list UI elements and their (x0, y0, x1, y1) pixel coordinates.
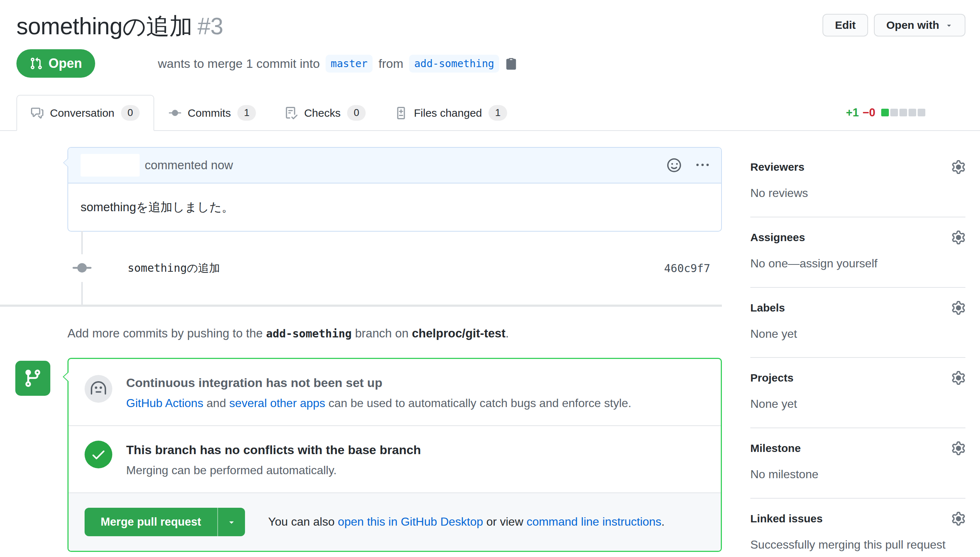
push-hint-pre: Add more commits by pushing to the (67, 326, 263, 340)
discussion-timeline: commented now somethingを追加しました。 somethin… (0, 147, 722, 557)
success-check-badge (85, 441, 112, 468)
open-with-button[interactable]: Open with (874, 14, 965, 36)
also-pre-text: You can also (268, 515, 335, 528)
merge-box: Continuous integration has not been set … (67, 358, 722, 552)
comment-body: somethingを追加しました。 (68, 184, 721, 231)
push-hint-branch: add-something (266, 327, 352, 340)
tab-count: 0 (347, 105, 366, 121)
comment-header: commented now (68, 148, 721, 184)
open-with-label: Open with (886, 19, 939, 31)
page-title: somethingの追加#3 (16, 12, 822, 41)
sidebar-section-labels: Labels None yet (750, 288, 965, 358)
gear-icon[interactable] (952, 301, 965, 315)
deletions-count: −0 (863, 106, 875, 119)
chevron-down-icon (945, 21, 953, 29)
linked-issues-title: Linked issues (750, 513, 822, 525)
commit-sha-link[interactable]: 460c9f7 (664, 262, 710, 275)
commit-row: somethingの追加 460c9f7 (0, 231, 722, 305)
conflicts-subtitle: Merging can be performed automatically. (126, 462, 421, 479)
reviewers-value: No reviews (750, 185, 965, 201)
pr-sidebar: Reviewers No reviews Assignees No one—as… (750, 147, 965, 557)
tab-count: 1 (237, 105, 256, 121)
triangle-down-icon (227, 517, 236, 527)
merge-pull-request-button[interactable]: Merge pull request (85, 508, 217, 536)
timeline-end-divider (0, 305, 722, 307)
meta-from-text: from (379, 57, 403, 71)
sidebar-section-linked-issues: Linked issues Successfully merging this … (750, 498, 965, 557)
commit-message-link[interactable]: somethingの追加 (128, 261, 220, 276)
gear-icon[interactable] (952, 371, 965, 385)
tab-commits[interactable]: Commits 1 (154, 95, 270, 131)
comment-discussion-icon (31, 107, 43, 119)
author-name-redacted (95, 52, 158, 75)
projects-value: None yet (750, 396, 965, 412)
checklist-icon (285, 107, 297, 119)
milestone-value: No milestone (750, 466, 965, 482)
check-icon (90, 446, 106, 463)
labels-value: None yet (750, 326, 965, 342)
kebab-menu-icon[interactable] (696, 159, 709, 171)
pr-state-badge: Open (16, 49, 95, 78)
gear-icon[interactable] (952, 160, 965, 174)
other-apps-link[interactable]: several other apps (229, 396, 325, 410)
gear-icon[interactable] (952, 512, 965, 526)
milestone-title: Milestone (750, 442, 801, 454)
merge-status-icon (15, 361, 50, 396)
ci-status-title: Continuous integration has not been set … (126, 376, 631, 390)
github-desktop-link[interactable]: open this in GitHub Desktop (338, 515, 483, 528)
ci-and-text: and (207, 396, 226, 410)
gear-icon[interactable] (952, 441, 965, 455)
alternative-merge-text: You can also open this in GitHub Desktop… (268, 515, 665, 529)
conflicts-status-section: This branch has no conflicts with the ba… (68, 426, 721, 493)
sidebar-section-assignees: Assignees No one—assign yourself (750, 217, 965, 288)
ci-status-section: Continuous integration has not been set … (68, 359, 721, 426)
git-pull-request-icon (29, 57, 43, 70)
conflicts-title: This branch has no conflicts with the ba… (126, 443, 421, 457)
period-text: . (661, 515, 665, 528)
tab-label: Commits (188, 107, 231, 119)
sidebar-section-milestone: Milestone No milestone (750, 428, 965, 498)
push-hint-repo: chelproc/git-test (412, 326, 506, 340)
tab-label: Checks (304, 107, 341, 119)
gear-icon[interactable] (952, 231, 965, 244)
push-hint-mid: branch on (355, 326, 409, 340)
tab-checks[interactable]: Checks 0 (270, 95, 380, 131)
git-branch-icon (23, 368, 43, 388)
tab-conversation[interactable]: Conversation 0 (16, 95, 154, 131)
meta-pre-text: wants to merge 1 commit into (158, 57, 320, 71)
or-view-text: or view (486, 515, 523, 528)
diffstat-blocks (880, 109, 925, 116)
pr-title-text: somethingの追加 (16, 13, 192, 39)
head-branch-label: add-something (409, 55, 499, 73)
cli-instructions-link[interactable]: command line instructions (527, 515, 661, 528)
file-diff-icon (395, 107, 407, 119)
additions-count: +1 (846, 106, 858, 119)
github-actions-link[interactable]: GitHub Actions (126, 396, 203, 410)
emoji-reaction-icon[interactable] (667, 158, 681, 172)
tab-label: Conversation (50, 107, 114, 119)
push-hint-text: Add more commits by pushing to the add-s… (67, 326, 722, 340)
base-branch-label: master (325, 55, 372, 73)
sidebar-section-projects: Projects None yet (750, 358, 965, 428)
copy-branch-icon[interactable] (505, 57, 517, 70)
assignees-title: Assignees (750, 231, 805, 244)
assignees-value[interactable]: No one—assign yourself (750, 255, 965, 272)
merge-actions-section: Merge pull request You can also open thi… (68, 493, 721, 551)
ci-rest-text: can be used to automatically catch bugs … (328, 396, 631, 410)
tab-files-changed[interactable]: Files changed 1 (380, 95, 522, 131)
edit-button[interactable]: Edit (822, 14, 868, 36)
sidebar-section-reviewers: Reviewers No reviews (750, 147, 965, 217)
git-commit-icon (73, 254, 91, 282)
merge-options-dropdown[interactable] (217, 508, 245, 536)
projects-title: Projects (750, 372, 793, 384)
pr-state-label: Open (49, 56, 82, 71)
diffstat[interactable]: +1 −0 (846, 106, 925, 119)
pr-main: commented now somethingを追加しました。 somethin… (0, 131, 980, 557)
tab-count: 1 (489, 105, 507, 121)
bot-avatar (85, 375, 112, 403)
tab-label: Files changed (414, 107, 482, 119)
comment-meta: commented now (145, 158, 233, 172)
reviewers-title: Reviewers (750, 161, 804, 173)
pr-number: #3 (198, 13, 223, 39)
pull-request-page: somethingの追加#3 Edit Open with Open wants… (0, 0, 980, 557)
